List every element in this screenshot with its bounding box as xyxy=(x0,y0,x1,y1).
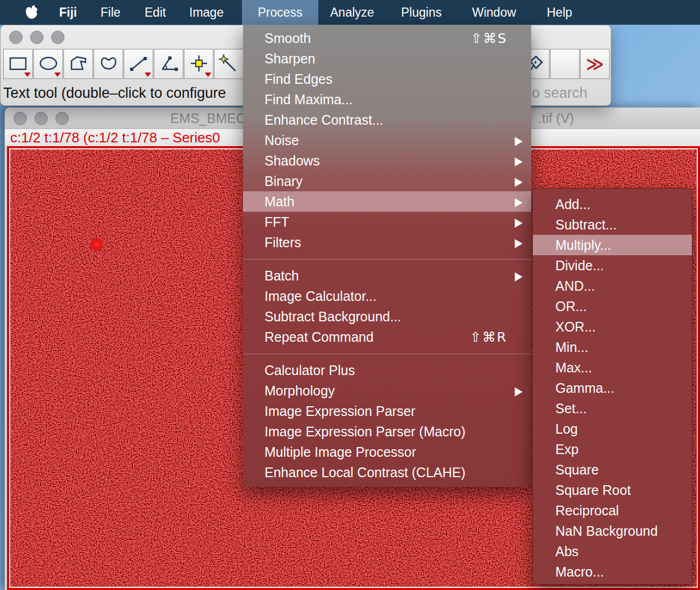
submenu-item[interactable]: Multiply... xyxy=(533,235,692,255)
wand-icon xyxy=(218,54,240,74)
menu-separator xyxy=(243,253,531,265)
submenu-arrow-icon: ▶ xyxy=(515,215,523,229)
zoom-button[interactable] xyxy=(55,112,69,125)
wand-tool-button[interactable] xyxy=(214,49,244,79)
submenu-item[interactable]: Square xyxy=(533,459,692,480)
apple-menu[interactable] xyxy=(25,5,39,20)
menu-item-label: Calculator Plus xyxy=(265,363,499,378)
submenu-item-label: Min... xyxy=(555,340,683,355)
search-placeholder-fragment[interactable]: o search xyxy=(532,81,588,105)
menubar-item-file[interactable]: File xyxy=(101,0,120,25)
menubar-item-analyze[interactable]: Analyze xyxy=(330,0,374,25)
menubar-item-plugins[interactable]: Plugins xyxy=(401,0,441,25)
polygon-tool-button[interactable] xyxy=(63,49,93,79)
menu-item[interactable]: Find Edges ▶ xyxy=(243,69,531,89)
menu-item-label: Image Expression Parser (Macro) xyxy=(265,424,499,440)
menu-item[interactable]: Enhance Contrast... ▶ xyxy=(243,110,531,130)
line-tool-button[interactable] xyxy=(124,49,153,79)
menu-item[interactable]: Image Calculator... ▶ xyxy=(243,286,531,306)
menu-item-label: Batch xyxy=(265,268,499,284)
submenu-item[interactable]: Gamma... xyxy=(533,378,692,398)
menu-item[interactable]: Find Maxima... ▶ xyxy=(243,89,531,110)
menu-item[interactable]: Enhance Local Contrast (CLAHE) ▶ xyxy=(243,462,531,483)
submenu-item[interactable]: Subtract... xyxy=(533,214,692,235)
angle-tool-button[interactable] xyxy=(154,49,183,79)
submenu-item-label: XOR... xyxy=(555,319,683,335)
fiji-traffic-lights xyxy=(9,31,65,44)
menu-item[interactable]: Binary ▶ xyxy=(243,171,531,191)
menu-item[interactable]: FFT ▶ xyxy=(243,212,531,232)
menu-item[interactable]: Math ▶ xyxy=(243,191,531,212)
menu-item-label: FFT xyxy=(265,214,499,230)
menu-item[interactable]: Noise ▶ xyxy=(243,130,531,150)
tool-bar xyxy=(3,49,244,79)
menu-item-label: Image Calculator... xyxy=(265,289,499,304)
minimize-button[interactable] xyxy=(30,31,44,44)
submenu-arrow-icon: ▶ xyxy=(515,235,523,249)
more-tools-button[interactable]: ≫ xyxy=(580,49,610,79)
zoom-button[interactable] xyxy=(51,31,65,44)
menu-item-label: Enhance Contrast... xyxy=(265,112,499,128)
math-submenu: Add... Subtract... Multiply... Divide...… xyxy=(532,188,692,585)
submenu-arrow-icon: ▶ xyxy=(515,154,523,168)
submenu-item-label: Macro... xyxy=(555,564,683,580)
menu-item[interactable]: Batch ▶ xyxy=(243,265,531,286)
menu-item[interactable]: Subtract Background... ▶ xyxy=(243,306,531,327)
angle-icon xyxy=(158,54,180,74)
submenu-item-label: Max... xyxy=(555,360,683,376)
minimize-button[interactable] xyxy=(34,112,48,125)
menu-item[interactable]: Shadows ▶ xyxy=(243,150,531,171)
submenu-item[interactable]: Min... xyxy=(533,337,692,357)
rectangle-tool-button[interactable] xyxy=(3,49,33,79)
overflow-chevrons-icon: ≫ xyxy=(586,54,604,74)
menu-item[interactable]: Smooth ⇧⌘S ▶ xyxy=(243,28,531,48)
submenu-item[interactable]: Log xyxy=(533,419,692,439)
submenu-item[interactable]: AND... xyxy=(533,276,692,296)
freehand-tool-button[interactable] xyxy=(94,49,123,79)
menu-item[interactable]: Repeat Command ⇧⌘R ▶ xyxy=(243,327,531,347)
submenu-item[interactable]: Abs xyxy=(533,541,692,562)
submenu-item[interactable]: Reciprocal xyxy=(533,500,692,521)
submenu-item[interactable]: Square Root xyxy=(533,480,692,500)
submenu-item[interactable]: NaN Background xyxy=(533,521,692,541)
submenu-item[interactable]: XOR... xyxy=(533,316,692,337)
menu-item-label: Find Maxima... xyxy=(265,92,499,107)
submenu-item-label: AND... xyxy=(555,278,683,294)
menu-item[interactable]: Filters ▶ xyxy=(243,232,531,253)
menu-item-label: Shadows xyxy=(265,153,499,169)
menubar-item-fiji[interactable]: Fiji xyxy=(59,0,77,25)
menubar-item-help[interactable]: Help xyxy=(547,0,572,25)
menubar-item-process[interactable]: Process xyxy=(242,0,318,25)
menu-item[interactable]: Calculator Plus ▶ xyxy=(243,360,531,380)
rectangle-icon xyxy=(8,54,29,74)
menubar-item-image[interactable]: Image xyxy=(189,0,224,25)
point-tool-button[interactable] xyxy=(184,49,213,79)
submenu-item[interactable]: Exp xyxy=(533,439,692,459)
spare-tool-button[interactable] xyxy=(550,49,580,79)
close-button[interactable] xyxy=(9,31,23,44)
submenu-item[interactable]: Set... xyxy=(533,398,692,419)
submenu-item[interactable]: OR... xyxy=(533,296,692,316)
menu-item[interactable]: Image Expression Parser (Macro) ▶ xyxy=(243,421,531,442)
menu-item[interactable]: Morphology ▶ xyxy=(243,380,531,401)
menu-item-label: Noise xyxy=(265,133,499,148)
submenu-item-label: Log xyxy=(555,421,683,437)
menubar-item-edit[interactable]: Edit xyxy=(145,0,166,25)
menu-item-label: Image Expression Parser xyxy=(265,404,499,419)
submenu-item[interactable]: Max... xyxy=(533,357,692,378)
process-menu: Smooth ⇧⌘S ▶ Sharpen ▶ Find Edges ▶ Find… xyxy=(243,25,531,487)
menu-item[interactable]: Image Expression Parser ▶ xyxy=(243,401,531,421)
menu-item[interactable]: Sharpen ▶ xyxy=(243,48,531,69)
menu-item-label: Smooth xyxy=(265,31,463,46)
menu-item[interactable]: Multiple Image Processor ▶ xyxy=(243,442,531,462)
oval-tool-button[interactable] xyxy=(33,49,63,79)
close-button[interactable] xyxy=(13,112,27,125)
line-icon xyxy=(128,54,149,74)
menubar-item-window[interactable]: Window xyxy=(472,0,516,25)
submenu-item-label: Exp xyxy=(555,442,683,457)
menu-item-label: Subtract Background... xyxy=(265,309,499,325)
submenu-item[interactable]: Macro... xyxy=(533,562,692,582)
point-icon xyxy=(188,54,210,74)
submenu-item[interactable]: Add... xyxy=(533,194,692,214)
submenu-item[interactable]: Divide... xyxy=(533,255,692,276)
